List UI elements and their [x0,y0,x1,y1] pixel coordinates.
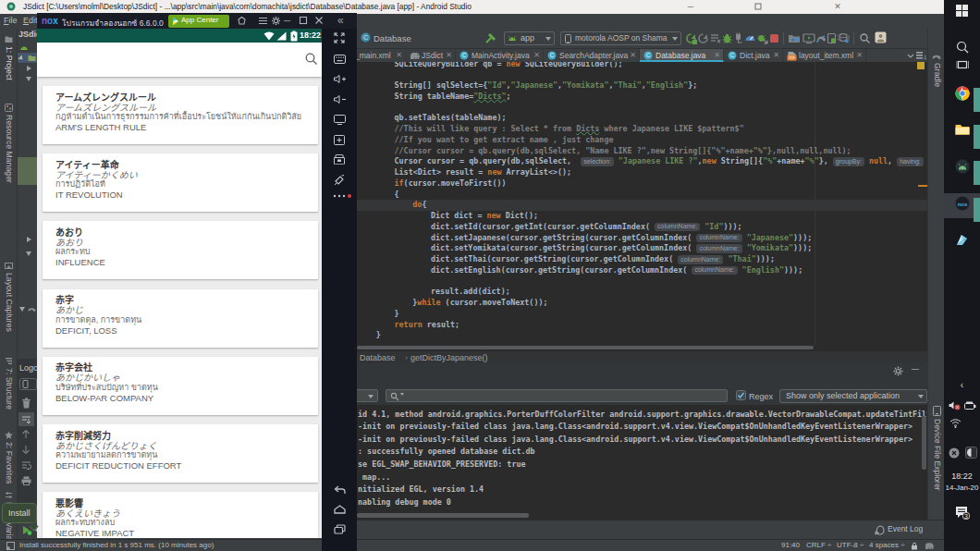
action-center-icon[interactable]: 3 [944,505,980,520]
search-everywhere-icon[interactable] [859,32,871,44]
logcat-search-input[interactable] [386,389,728,402]
print-icon[interactable] [21,476,31,485]
sidebar-collapse-icon[interactable]: « [337,14,344,27]
device-manager-icon[interactable] [788,32,800,44]
apply-code-changes-button[interactable] [709,32,721,44]
scroll-down-icon[interactable] [21,445,31,455]
logcat-output[interactable]: id 4.1, method android.graphics.PorterDu… [357,405,927,510]
nox-menu-icon[interactable] [258,16,268,26]
apply-changes-button[interactable] [697,32,709,44]
file-encoding[interactable]: UTF-8 ÷ [837,540,864,551]
indent-setting[interactable]: 4 spaces ÷ [869,540,905,551]
line-ending[interactable]: CRLF ÷ [806,540,832,551]
tray-clock[interactable]: 18:22 [944,471,980,481]
device-select[interactable]: motorola AOSP on Shama [560,31,681,45]
tray-close-circle-icon[interactable] [949,447,960,459]
event-log-icon[interactable] [875,525,885,535]
fullscreen-icon[interactable] [322,32,357,43]
scroll-up-icon[interactable] [21,429,31,439]
tab-close-icon[interactable]: ✕ [630,49,636,62]
stop-button[interactable] [768,32,780,44]
dict-card[interactable]: 赤字 あかじ การขาดดุล, การขาดทุน DEFICIT, LOS… [43,289,318,348]
tab-list-chevron-icon[interactable] [907,54,914,59]
tab-Dict.java[interactable]: C Dict.java ✕ [724,49,783,62]
tab-close-icon[interactable]: ✕ [773,49,779,62]
logcat-device-combo-sliver[interactable] [19,378,37,390]
hidden-tabs-icon[interactable]: 1 [915,51,926,60]
gear-icon[interactable] [893,366,903,376]
breadcrumb-class[interactable]: Database [360,351,396,364]
nox-minimize-icon[interactable]: ─ [284,16,290,26]
dict-card[interactable]: 悪影響 あくえいきょう ผลกระทบทางลบ NEGATIVE IMPACT [43,492,318,538]
tab-close-icon[interactable]: ✕ [533,49,540,62]
run-config-select[interactable]: app [504,31,555,45]
nox-theme-icon[interactable] [237,16,247,26]
screenshot-icon[interactable] [322,135,357,145]
nox-close-icon[interactable] [314,16,324,25]
tray-expand-chevron[interactable]: ‹ [944,380,980,390]
tab-close-icon[interactable]: ✕ [396,49,402,62]
logcat-vertical-scrollbar[interactable] [922,416,926,470]
tab-Database.java[interactable]: C Database.java ✕ [640,49,724,62]
tab-close-icon[interactable]: ✕ [856,49,863,62]
gradle-status-icon[interactable] [925,541,935,550]
maximize-button[interactable] [749,3,767,10]
taskbar-search-icon[interactable] [944,41,980,54]
profile-button[interactable] [744,32,756,44]
close-button[interactable]: ✕ [828,0,847,14]
task-view-icon[interactable] [944,59,980,70]
breadcrumb-method[interactable]: getDictByJapanese() [410,351,488,364]
scrollbar-thumb[interactable] [357,513,529,518]
scrollbar-thumb[interactable] [357,346,814,349]
dict-card[interactable]: あおり あおり ผลกระทบ INFLUENCE [43,221,318,279]
dict-card[interactable]: 赤字会社 あかじかいしゃ บริษัทที่ประสบปัญหา ขาดทุน … [43,357,318,415]
install-apk-icon[interactable] [322,154,357,165]
collapse-all-icon[interactable] [21,460,31,470]
keyboard-icon[interactable] [322,55,357,64]
photos-app-icon[interactable] [944,233,980,247]
logcat-toggle-active[interactable] [18,412,34,426]
android-back-icon[interactable] [322,485,357,495]
shake-icon[interactable] [322,175,357,186]
build-hammer-icon[interactable] [484,32,496,44]
tool-windows-toggle-icon[interactable] [6,542,15,550]
avd-manager-icon[interactable] [802,32,815,44]
toolbar-breadcrumb[interactable]: Database [374,31,411,45]
android-recents-icon[interactable] [322,524,357,534]
logcat-horizontal-scrollbar[interactable] [357,510,927,520]
logcat-filter-select[interactable]: Show only selected application [779,389,927,403]
dict-card[interactable]: アームズレングスルール アームズレングスルール กฎห้ามดำเนินการธ… [43,86,318,144]
avatar[interactable] [875,31,887,43]
layout-inspector-icon[interactable] [826,32,838,44]
screen-icon[interactable] [322,115,357,125]
app-center-button[interactable]: App Center [168,15,229,28]
wifi-tray-icon[interactable] [949,418,962,428]
menu-edit[interactable]: Edit [23,14,38,28]
volume-down-icon[interactable] [322,94,357,104]
clear-logcat-icon[interactable] [21,398,31,409]
debug-button[interactable] [721,32,733,44]
tab-SearchAdapter.java[interactable]: C SearchAdapter.java ✕ [544,49,640,62]
tab-close-icon[interactable]: ✕ [446,49,452,62]
minimize-tool-icon[interactable]: ─ [912,363,919,374]
android-home-icon[interactable] [322,505,357,514]
lock-icon[interactable] [911,542,918,550]
tray-date[interactable]: 14-Jan-20 [944,484,980,492]
event-log-label[interactable]: Event Log [888,524,923,533]
tab-layout_item.xml[interactable]: <> layout_item.xml ✕ [783,49,866,62]
notification-balloon[interactable]: Install [2,503,37,523]
nox-settings-gear-icon[interactable] [271,16,281,26]
regex-checkbox[interactable] [736,390,746,400]
minimize-button[interactable]: ─ [681,0,700,14]
dict-card[interactable]: アイティー革命 アイティーかくめい การปฏิวัติไอที IT REVO… [43,153,318,212]
sdk-manager-icon[interactable] [838,32,850,44]
emulator-screen[interactable]: 18:22 アームズレングスルール アームズレングスルール กฎห้ามดำเน… [37,29,322,538]
selected-tree-row[interactable] [18,53,37,63]
tray-app-icon[interactable] [965,447,977,459]
tab-close-icon[interactable]: ✕ [714,49,720,62]
code-editor[interactable]: SQLiteQueryBuilder qb = new SQLiteQueryB… [357,62,927,345]
tray-device-icon[interactable] [964,401,976,410]
app-search-icon[interactable] [305,53,318,66]
run-button[interactable] [685,32,697,44]
dict-card[interactable]: 赤字削減努力 あかじさくげんどりょく ความพยายามลดการขาดทุน… [43,424,318,483]
